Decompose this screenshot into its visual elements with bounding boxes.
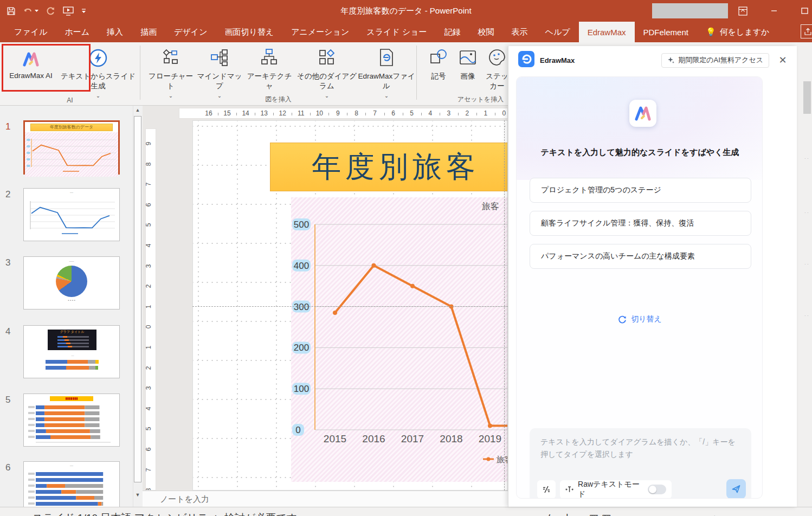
ribbon-display-options-icon[interactable] [731, 0, 755, 22]
ribbon-button-ステッカー[interactable]: ステッカー [483, 46, 511, 91]
ruler-number: 2 [145, 285, 152, 288]
maximize-button[interactable] [792, 0, 812, 22]
tab-スライド ショー[interactable]: スライド ショー [358, 22, 435, 42]
thumbnail-number: 5 [5, 395, 10, 405]
ribbon-button-アーキテクチャ[interactable]: アーキテクチャ⌄ [243, 46, 295, 99]
ribbon-button-画像[interactable]: 画像 [454, 46, 482, 81]
raw-text-mode-control[interactable]: Rawテキストモード [560, 480, 672, 499]
ruler-number: 3 [447, 109, 450, 117]
ribbon-button-記号[interactable]: 記号 [424, 46, 453, 81]
raw-mode-toggle[interactable] [648, 485, 666, 494]
scroll-up-icon[interactable]: ▲ [133, 106, 142, 115]
scroll-down-icon[interactable]: ▼ [133, 491, 142, 500]
tab-校閲[interactable]: 校閲 [469, 22, 503, 42]
tab-ファイル[interactable]: ファイル [5, 22, 56, 42]
syntax-mode-icon[interactable] [537, 480, 556, 499]
ステッカー-icon [483, 46, 511, 67]
ruler-number: 1 [145, 346, 152, 350]
ribbon-button-フローチャート[interactable]: フローチャート⌄ [147, 46, 195, 99]
tab-アニメーション[interactable]: アニメーション [282, 22, 358, 42]
canvas-scrollbar-thumb[interactable] [803, 81, 811, 114]
save-icon[interactable] [7, 7, 16, 16]
ruler-number: 5 [145, 427, 152, 431]
notes-pane[interactable]: ノートを入力 [143, 491, 508, 507]
slide-editing-area[interactable]: 年度別旅客 5004003002001000201520162017201820… [192, 120, 508, 491]
hero-title: テキストを入力して魅力的なスライドをすばやく生成 [517, 147, 763, 158]
grid-dots: · · [804, 262, 809, 267]
tab-EdrawMax[interactable]: EdrawMax [579, 22, 635, 42]
slide-thumbnail-1[interactable]: 年度別旅客数のデータ [23, 120, 120, 175]
tab-表示[interactable]: 表示 [503, 22, 537, 42]
tab-挿入[interactable]: 挿入 [98, 22, 132, 42]
mini-legend: ▪ ▪ ▪ ▪ [24, 299, 119, 302]
ai-free-access-badge[interactable]: 期間限定のAI無料アクセス [661, 53, 769, 68]
slide-title-text: 年度別旅客 [312, 147, 480, 187]
ruler-number: 7 [145, 468, 152, 472]
tab-ホーム[interactable]: ホーム [56, 22, 98, 42]
slide-thumbnail-4[interactable]: グラフ タイトル ⎯⎯ [23, 325, 120, 378]
thumbnail-number: 2 [5, 189, 10, 200]
switch-suggestions-button[interactable]: 切り替え [517, 314, 763, 324]
tab-PDFelement[interactable]: PDFelement [635, 22, 697, 42]
slide-title-box[interactable]: 年度別旅客 [270, 143, 508, 191]
status-text-partial: スライド 1/10 日本語 アクセシビリティ: 検討が必要です [33, 511, 297, 516]
slide-thumbnail-3[interactable]: ⎯⎯⎯ ▪ ▪ ▪ ▪ [23, 256, 120, 309]
start-slideshow-icon[interactable] [63, 7, 74, 16]
slide-thumbnail-2[interactable]: ⎯⎯ [23, 188, 120, 241]
mini-stacked-chart: ⎯⎯ [40, 354, 105, 376]
suggestion-item[interactable]: プロジェクト管理の5つのステージ [530, 178, 751, 203]
status-icons-partial: ノート ▭ ▦ ▥ ▬ ─────●───── ＋ [542, 511, 720, 516]
edrawmax-m-logo-icon [2, 46, 60, 67]
ruler-number: 7 [373, 109, 377, 117]
ruler-number: 5 [410, 109, 414, 117]
hero-banner: テキストを入力して魅力的なスライドをすばやく生成 [517, 77, 763, 180]
tab-記録[interactable]: 記録 [436, 22, 469, 42]
text-to-slide-button[interactable]: テキストからスライド生成 ⌄ [59, 46, 138, 99]
suggestion-item[interactable]: 顧客ライフサイクル管理：獲得、保持、復活 [530, 211, 751, 236]
minimize-button[interactable] [762, 0, 786, 22]
share-icon[interactable] [801, 24, 812, 38]
ruler-number: 7 [145, 183, 152, 186]
close-icon[interactable]: ✕ [776, 54, 790, 66]
vertical-ruler: 9876543210123456789 [145, 128, 156, 491]
svg-text:2017: 2017 [401, 433, 424, 444]
ribbon-group-ai: EdrawMax AI テキストからスライド生成 ⌄ AI [0, 42, 140, 105]
thumbnail-scrollbar-thumb[interactable] [134, 116, 141, 482]
send-button[interactable] [726, 479, 746, 499]
slide-thumbnail-6[interactable]: ⎯⎯ [23, 461, 120, 507]
lightbulb-icon: 💡 [706, 27, 716, 37]
line-chart[interactable]: 500400300200100020152016201720182019旅客旅客 [291, 197, 508, 482]
redo-icon[interactable] [46, 7, 55, 16]
mini-chart-title: ⎯⎯ [24, 464, 119, 468]
chart-legend-partial: 旅客 [496, 455, 508, 464]
mini-dark-chart: グラフ タイトル [48, 330, 96, 350]
edrawmax-ai-button[interactable]: EdrawMax AI [2, 46, 60, 80]
prompt-input-area[interactable]: テキストを入力してダイアグラムを描くか、「/」キーを押してタイプを選択します R… [530, 428, 751, 499]
chart-title-partial: 旅客 [481, 202, 499, 211]
ruler-number: 8 [355, 109, 358, 117]
horizontal-guide-line [192, 306, 508, 307]
ribbon-button-マインドマップ[interactable]: マインドマップ⌄ [196, 46, 243, 99]
svg-text:2019: 2019 [479, 433, 501, 444]
undo-icon[interactable] [23, 7, 38, 15]
tab-描画[interactable]: 描画 [132, 22, 165, 42]
mini-slide-title: 年度別旅客数のデータ [30, 124, 113, 131]
vertical-guide-line [504, 120, 505, 491]
svg-text:2015: 2015 [324, 433, 346, 444]
slide-thumbnail-5[interactable]: ▮▮▮▮▮▮▮ [23, 394, 120, 447]
customize-qat-icon[interactable] [81, 9, 86, 14]
text-width-icon [565, 486, 573, 493]
suggestion-item[interactable]: パフォーマンスの高いチームの主な構成要素 [530, 244, 751, 269]
mini-pie [56, 266, 87, 297]
tab-デザイン[interactable]: デザイン [165, 22, 216, 42]
tell-me-box[interactable]: 💡何をしますか [697, 22, 778, 42]
ribbon-button-その他のダイアグラム[interactable]: その他のダイアグラム⌄ [297, 46, 357, 99]
ruler-number: 9 [145, 142, 152, 146]
ruler-number: 6 [145, 203, 152, 207]
ribbon-button-EdrawMaxファイル[interactable]: EdrawMaxファイル⌄ [357, 46, 416, 99]
prompt-placeholder: テキストを入力してダイアグラムを描くか、「/」キーを押してタイプを選択します [540, 436, 742, 461]
notes-placeholder: ノートを入力 [160, 494, 508, 505]
tab-ヘルプ[interactable]: ヘルプ [537, 22, 579, 42]
horizontal-ruler: 161514131211109876543210 [179, 108, 508, 119]
tab-画面切り替え[interactable]: 画面切り替え [216, 22, 283, 42]
